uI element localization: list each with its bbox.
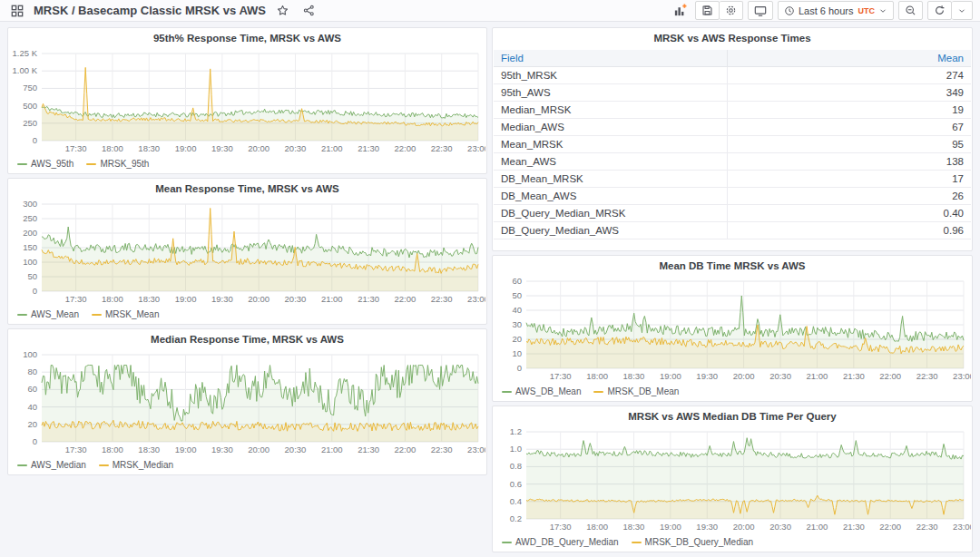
- svg-text:18:30: 18:30: [623, 371, 645, 381]
- mean-cell: 0.40: [728, 205, 971, 221]
- svg-text:19:00: 19:00: [175, 294, 197, 304]
- dashboards-grid-icon[interactable]: [7, 2, 27, 20]
- svg-text:19:30: 19:30: [211, 294, 233, 304]
- panel-median-db-time-per-query: MRSK vs AWS Median DB Time Per Query 0.2…: [492, 406, 973, 552]
- svg-text:21:00: 21:00: [807, 371, 828, 381]
- svg-text:18:00: 18:00: [586, 522, 608, 532]
- column-header-field[interactable]: Field: [494, 50, 728, 66]
- svg-text:20:00: 20:00: [733, 522, 755, 532]
- legend-swatch: [502, 542, 512, 543]
- svg-text:22:00: 22:00: [394, 294, 416, 304]
- legend-swatch: [99, 464, 109, 466]
- legend: AWS_MedianMRSK_Median: [17, 458, 173, 472]
- legend-label: MRSK_Median: [113, 460, 173, 470]
- svg-text:30: 30: [512, 319, 522, 329]
- svg-text:20:30: 20:30: [769, 522, 791, 532]
- svg-text:0.8: 0.8: [510, 461, 522, 471]
- mean-cell: 19: [728, 102, 971, 118]
- refresh-button[interactable]: [927, 1, 952, 20]
- dashboard-settings-button[interactable]: [720, 1, 743, 20]
- column-header-mean[interactable]: Mean: [728, 50, 971, 66]
- graph-mean-db-time[interactable]: 010203040506017:3018:0018:3019:0019:3020…: [494, 276, 971, 383]
- field-cell: 95th_AWS: [494, 84, 728, 101]
- svg-text:21:30: 21:30: [358, 294, 379, 304]
- graph-median-db-time-per-query[interactable]: 0.20.40.60.81.01.217:3018:0018:3019:0019…: [494, 426, 971, 533]
- svg-text:21:00: 21:00: [807, 522, 828, 532]
- save-dashboard-button[interactable]: [695, 1, 720, 20]
- svg-text:23:00: 23:00: [953, 522, 971, 532]
- panel-title[interactable]: Median Response Time, MRSK vs AWS: [8, 329, 486, 349]
- svg-text:500: 500: [23, 101, 37, 111]
- field-cell: DB_Query_Median_AWS: [494, 222, 728, 239]
- graph-95th-response-time[interactable]: 02505007501.00 K1.25 K17:3018:0018:3019:…: [9, 48, 485, 155]
- tv-cycle-view-button[interactable]: [748, 1, 773, 20]
- svg-text:23:00: 23:00: [467, 294, 485, 304]
- mean-cell: 138: [728, 153, 971, 170]
- legend-swatch: [502, 391, 512, 393]
- table-header-row: FieldMean: [494, 50, 971, 67]
- legend-item-MRSK_Median[interactable]: MRSK_Median: [99, 460, 173, 470]
- svg-text:19:30: 19:30: [211, 143, 233, 153]
- svg-text:60: 60: [27, 384, 37, 394]
- svg-text:18:00: 18:00: [102, 445, 123, 454]
- svg-text:250: 250: [23, 213, 37, 223]
- svg-text:20: 20: [512, 334, 522, 344]
- legend-item-MRSK_DB_Query_Median[interactable]: MRSK_DB_Query_Median: [632, 537, 754, 547]
- svg-text:50: 50: [512, 290, 522, 300]
- svg-text:22:30: 22:30: [431, 294, 453, 304]
- svg-text:17:30: 17:30: [550, 371, 572, 381]
- svg-text:22:00: 22:00: [394, 143, 416, 153]
- field-cell: Mean_MRSK: [494, 136, 728, 152]
- legend-item-AWD_DB_Query_Median[interactable]: AWD_DB_Query_Median: [502, 537, 619, 547]
- legend-label: MRSK_DB_Query_Median: [645, 537, 754, 547]
- svg-text:60: 60: [512, 276, 522, 286]
- panel-95th-response-time: 95th% Response Time, MRSK vs AWS 0250500…: [7, 27, 487, 174]
- svg-text:18:30: 18:30: [138, 294, 160, 304]
- svg-text:20:00: 20:00: [248, 294, 270, 304]
- dashboard-title[interactable]: MRSK / Basecamp Classic MRSK vs AWS: [34, 4, 266, 17]
- legend-item-MRSK_DB_Mean[interactable]: MRSK_DB_Mean: [593, 386, 679, 396]
- svg-text:20:00: 20:00: [248, 143, 270, 153]
- svg-text:17:30: 17:30: [550, 522, 572, 532]
- panel-title[interactable]: MRSK vs AWS Response Times: [493, 28, 972, 48]
- svg-text:150: 150: [23, 242, 37, 252]
- table-row: Mean_MRSK95: [494, 136, 971, 153]
- table-row: DB_Query_Median_MRSK0.40: [494, 205, 971, 222]
- svg-text:1.0: 1.0: [510, 444, 522, 454]
- svg-text:18:00: 18:00: [102, 294, 123, 304]
- svg-text:17:30: 17:30: [65, 143, 87, 153]
- add-panel-icon[interactable]: [671, 2, 691, 20]
- legend-item-AWS_95th[interactable]: AWS_95th: [17, 159, 74, 169]
- legend-item-AWS_DB_Mean[interactable]: AWS_DB_Mean: [502, 386, 581, 396]
- panel-median-response-time: Median Response Time, MRSK vs AWS 020406…: [7, 328, 487, 475]
- svg-text:750: 750: [23, 83, 37, 93]
- panel-title[interactable]: Mean Response Time, MRSK vs AWS: [8, 179, 486, 199]
- refresh-interval-dropdown[interactable]: [952, 1, 973, 20]
- legend-item-AWS_Median[interactable]: AWS_Median: [17, 460, 86, 470]
- svg-text:18:00: 18:00: [102, 143, 123, 153]
- legend-item-MRSK_Mean[interactable]: MRSK_Mean: [92, 309, 159, 319]
- legend-label: AWS_95th: [31, 159, 74, 169]
- legend-swatch: [632, 542, 642, 543]
- legend-item-MRSK_95th[interactable]: MRSK_95th: [86, 159, 149, 169]
- svg-text:1.00 K: 1.00 K: [13, 65, 38, 75]
- graph-mean-response-time[interactable]: 05010015020025030017:3018:0018:3019:0019…: [9, 199, 485, 306]
- svg-text:20:00: 20:00: [248, 445, 270, 454]
- svg-text:0.6: 0.6: [510, 479, 522, 489]
- legend-item-AWS_Mean[interactable]: AWS_Mean: [17, 309, 79, 319]
- panel-title[interactable]: 95th% Response Time, MRSK vs AWS: [8, 28, 486, 48]
- graph-median-response-time[interactable]: 02040608010017:3018:0018:3019:0019:3020:…: [9, 349, 485, 456]
- panel-title[interactable]: MRSK vs AWS Median DB Time Per Query: [493, 406, 972, 426]
- time-range-picker[interactable]: Last 6 hours UTC: [778, 1, 894, 20]
- mean-cell: 349: [728, 84, 971, 101]
- svg-text:19:30: 19:30: [696, 522, 718, 532]
- zoom-out-time-button[interactable]: [898, 1, 923, 20]
- star-icon[interactable]: [272, 2, 292, 20]
- share-icon[interactable]: [299, 2, 318, 20]
- legend-swatch: [17, 314, 27, 316]
- svg-text:22:00: 22:00: [394, 445, 416, 454]
- panel-title[interactable]: Mean DB Time MRSK vs AWS: [493, 256, 972, 276]
- svg-text:17:30: 17:30: [65, 294, 87, 304]
- table-row: 95th_AWS349: [494, 84, 971, 102]
- svg-text:300: 300: [23, 199, 37, 209]
